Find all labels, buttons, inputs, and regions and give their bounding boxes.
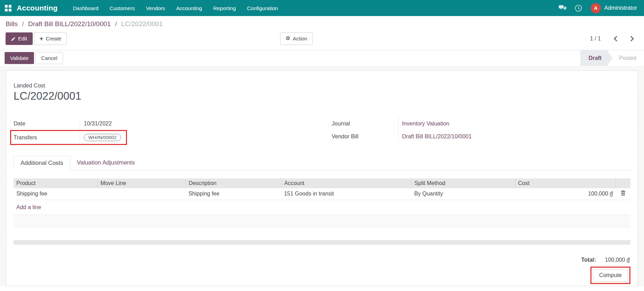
breadcrumb-bills[interactable]: Bills	[6, 20, 18, 28]
column-header-move-line[interactable]: Move Line	[97, 178, 186, 188]
control-panel-buttons: Edit + Create ⚙ Action 1 / 1	[6, 32, 638, 45]
empty-row	[14, 215, 630, 227]
action-button[interactable]: ⚙ Action	[280, 32, 313, 45]
plus-icon: +	[40, 37, 43, 41]
transfers-label: Transfers	[14, 132, 80, 143]
field-groups: Date 10/31/2022 Transfers WH/IN/00002 Jo…	[14, 117, 630, 145]
apps-grid-icon[interactable]	[5, 5, 11, 12]
navbar-systray: A Administrator	[559, 3, 639, 13]
date-label: Date	[14, 117, 80, 130]
avatar: A	[591, 3, 601, 13]
breadcrumb-draft-bill[interactable]: Draft Bill BILL/2022/10/0001	[28, 20, 111, 28]
transfer-tag: WH/IN/00002	[84, 134, 121, 141]
cost-lines-table: Product Move Line Description Account Sp…	[14, 178, 630, 227]
column-header-description[interactable]: Description	[186, 178, 281, 188]
field-group-right: Journal Inventory Valuation Vendor Bill …	[332, 117, 631, 145]
status-stage-draft[interactable]: Draft	[580, 50, 613, 66]
journal-label: Journal	[332, 117, 398, 130]
activity-clock-icon[interactable]	[575, 4, 582, 12]
menu-dashboard[interactable]: Dashboard	[67, 0, 104, 16]
vendor-bill-label: Vendor Bill	[332, 130, 398, 143]
menu-reporting[interactable]: Reporting	[208, 0, 241, 16]
spacer	[14, 227, 630, 240]
breadcrumb: Bills / Draft Bill BILL/2022/10/0001 / L…	[6, 20, 638, 28]
cell-account[interactable]: 151 Goods in transit	[281, 188, 411, 200]
control-panel: Bills / Draft Bill BILL/2022/10/0001 / L…	[0, 16, 644, 50]
form-view-background: Landed Cost LC/2022/0001 Date 10/31/2022…	[0, 66, 644, 286]
table-header-row: Product Move Line Description Account Sp…	[14, 178, 630, 188]
cell-description[interactable]: Shipping fee	[186, 188, 281, 200]
form-statusbar: Validate Cancel Draft Posted	[0, 50, 644, 66]
column-header-split-method[interactable]: Split Method	[412, 178, 515, 188]
menu-accounting[interactable]: Accounting	[170, 0, 207, 16]
top-navbar: Accounting Dashboard Customers Vendors A…	[0, 0, 644, 16]
create-button[interactable]: + Create	[34, 32, 67, 45]
compute-button[interactable]: Compute	[593, 269, 628, 282]
total-label: Total:	[581, 257, 596, 263]
field-transfers: Transfers WH/IN/00002	[14, 132, 121, 143]
user-name: Administrator	[604, 5, 637, 11]
pager: 1 / 1	[590, 35, 638, 43]
cell-split-method[interactable]: By Quantity	[412, 188, 515, 200]
add-line-row: Add a line	[14, 200, 630, 215]
cell-move-line[interactable]	[97, 188, 186, 200]
trash-icon	[621, 190, 626, 196]
breadcrumb-separator: /	[115, 20, 117, 28]
action-button-label: Action	[293, 35, 307, 42]
main-menu: Dashboard Customers Vendors Accounting R…	[67, 0, 284, 16]
field-vendor-bill: Vendor Bill Draft Bill BILL/2022/10/0001	[332, 130, 631, 143]
user-menu[interactable]: A Administrator	[591, 3, 637, 13]
record-type-label: Landed Cost	[14, 83, 630, 89]
cell-product[interactable]: Shipping fee	[14, 188, 97, 200]
pencil-icon	[11, 37, 16, 41]
edit-button-label: Edit	[18, 35, 27, 42]
column-header-account[interactable]: Account	[281, 178, 411, 188]
total-value: 100,000 đ	[605, 257, 630, 263]
status-stage-posted[interactable]: Posted	[613, 55, 644, 61]
validate-button[interactable]: Validate	[5, 52, 34, 64]
chevron-right-icon	[630, 36, 634, 42]
edit-button[interactable]: Edit	[6, 32, 33, 45]
currency-symbol: đ	[610, 191, 613, 197]
notebook-tabs: Additional Costs Valuation Adjustments	[14, 156, 630, 170]
delete-row-button[interactable]	[615, 188, 630, 200]
breadcrumb-separator: /	[22, 20, 24, 28]
cancel-button[interactable]: Cancel	[35, 52, 63, 64]
date-value: 10/31/2022	[80, 117, 312, 130]
status-widget: Draft Posted	[580, 50, 644, 66]
table-row[interactable]: Shipping fee Shipping fee 151 Goods in t…	[14, 188, 630, 200]
pager-previous-button[interactable]	[613, 35, 619, 43]
breadcrumb-current: LC/2022/0001	[121, 20, 162, 28]
field-date: Date 10/31/2022	[14, 117, 312, 130]
tab-additional-costs[interactable]: Additional Costs	[14, 156, 70, 170]
column-header-cost[interactable]: Cost	[515, 178, 615, 188]
currency-symbol: đ	[627, 257, 630, 263]
transfers-value: WH/IN/00002	[80, 132, 121, 143]
add-a-line-link[interactable]: Add a line	[16, 204, 41, 210]
annotation-compute-highlight: Compute	[590, 267, 630, 284]
journal-value-link[interactable]: Inventory Valuation	[402, 121, 450, 127]
cell-cost[interactable]: 100,000 đ	[515, 188, 615, 200]
field-group-left: Date 10/31/2022 Transfers WH/IN/00002	[14, 117, 312, 145]
horizontal-divider	[14, 240, 630, 245]
cost-amount: 100,000	[588, 191, 608, 197]
pager-count: 1 / 1	[590, 36, 601, 42]
menu-customers[interactable]: Customers	[104, 0, 141, 16]
create-button-label: Create	[46, 35, 61, 42]
vendor-bill-value-link[interactable]: Draft Bill BILL/2022/10/0001	[402, 133, 472, 140]
totals-row: Total: 100,000 đ	[14, 257, 630, 263]
app-title[interactable]: Accounting	[17, 4, 58, 12]
form-sheet: Landed Cost LC/2022/0001 Date 10/31/2022…	[6, 70, 638, 286]
chat-icon[interactable]	[559, 4, 566, 12]
field-journal: Journal Inventory Valuation	[332, 117, 631, 130]
pager-next-button[interactable]	[629, 35, 635, 43]
annotation-transfers-highlight: Transfers WH/IN/00002	[10, 130, 127, 145]
page-title: LC/2022/0001	[14, 90, 630, 102]
column-header-actions	[615, 178, 630, 188]
gear-icon: ⚙	[286, 35, 290, 42]
menu-configuration[interactable]: Configuration	[241, 0, 284, 16]
tab-valuation-adjustments[interactable]: Valuation Adjustments	[70, 156, 142, 170]
menu-vendors[interactable]: Vendors	[140, 0, 170, 16]
column-header-product[interactable]: Product	[14, 178, 97, 188]
total-amount: 100,000	[605, 257, 625, 263]
